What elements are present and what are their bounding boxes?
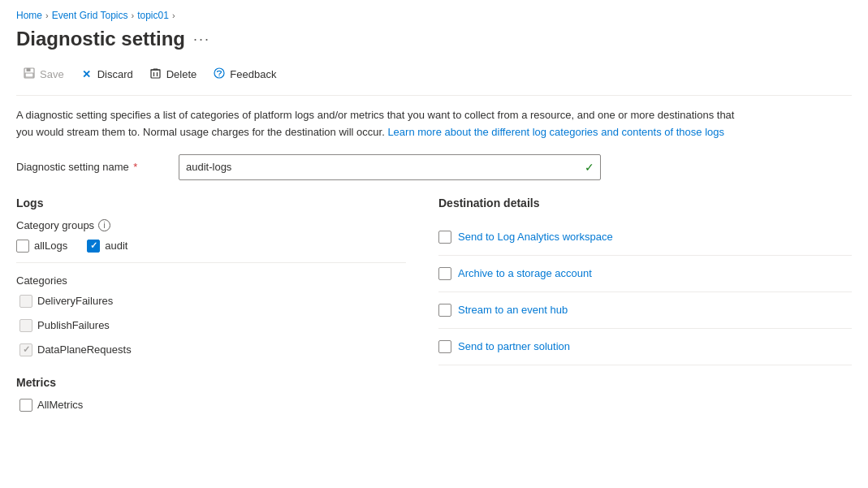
audit-checkbox-box[interactable]: [87, 240, 100, 253]
dest-storage-account[interactable]: Archive to a storage account: [438, 256, 852, 292]
breadcrumb-sep-1: ›: [45, 11, 49, 20]
right-panel: Destination details Send to Log Analytic…: [430, 196, 852, 423]
category-publish-failures[interactable]: PublishFailures: [16, 319, 406, 332]
delete-icon: [149, 67, 162, 81]
dest-partner-solution[interactable]: Send to partner solution: [438, 329, 852, 365]
data-plane-requests-checkbox: [19, 343, 32, 356]
publish-failures-label: PublishFailures: [37, 319, 110, 331]
svg-rect-1: [27, 68, 31, 71]
category-data-plane-requests[interactable]: DataPlaneRequests: [16, 343, 406, 356]
diagnostic-setting-name-label: Diagnostic setting name *: [16, 161, 179, 173]
breadcrumb-sep-2: ›: [132, 11, 135, 20]
discard-label: Discard: [97, 68, 133, 80]
destination-details-title: Destination details: [438, 196, 852, 209]
feedback-label: Feedback: [230, 68, 276, 80]
breadcrumb: Home › Event Grid Topics › topic01 ›: [16, 10, 852, 21]
category-groups-info-icon[interactable]: i: [98, 219, 110, 231]
partner-solution-label: Send to partner solution: [458, 340, 570, 352]
metrics-section: Metrics AllMetrics: [16, 376, 406, 412]
feedback-button[interactable]: Feedback: [206, 63, 283, 85]
delete-label: Delete: [166, 68, 197, 80]
category-delivery-failures[interactable]: DeliveryFailures: [16, 295, 406, 308]
breadcrumb-event-grid-topics[interactable]: Event Grid Topics: [52, 10, 128, 21]
event-hub-label: Stream to an event hub: [458, 304, 568, 316]
svg-point-8: [219, 76, 220, 76]
page-title: Diagnostic setting: [16, 28, 185, 50]
page-title-row: Diagnostic setting ···: [16, 28, 852, 50]
discard-icon: ✕: [80, 68, 93, 80]
log-analytics-checkbox[interactable]: [438, 231, 451, 244]
storage-account-label: Archive to a storage account: [458, 267, 592, 279]
category-groups-checkboxes: allLogs audit: [16, 240, 406, 263]
save-label: Save: [40, 68, 64, 80]
main-content: Logs Category groups i allLogs audit: [16, 196, 852, 423]
data-plane-requests-label: DataPlaneRequests: [37, 343, 132, 356]
categories-title: Categories: [16, 274, 406, 287]
left-panel: Logs Category groups i allLogs audit: [16, 196, 430, 423]
discard-button[interactable]: ✕ Discard: [74, 64, 140, 84]
feedback-icon: [213, 67, 226, 81]
all-metrics-item[interactable]: AllMetrics: [16, 399, 406, 412]
save-icon: [23, 67, 36, 81]
svg-rect-2: [25, 73, 33, 77]
alllogs-label: allLogs: [34, 240, 67, 252]
partner-solution-checkbox[interactable]: [438, 340, 451, 353]
logs-section-title: Logs: [16, 196, 406, 209]
breadcrumb-home[interactable]: Home: [16, 10, 42, 21]
page-container: Home › Event Grid Topics › topic01 › Dia…: [0, 0, 868, 488]
save-button[interactable]: Save: [16, 63, 71, 85]
breadcrumb-topic01[interactable]: topic01: [137, 10, 169, 21]
description-text: A diagnostic setting specifies a list of…: [16, 107, 747, 141]
dest-log-analytics[interactable]: Send to Log Analytics workspace: [438, 219, 852, 256]
event-hub-checkbox[interactable]: [438, 304, 451, 317]
all-metrics-checkbox[interactable]: [19, 399, 32, 412]
log-analytics-label: Send to Log Analytics workspace: [458, 231, 613, 243]
input-valid-icon: ✓: [585, 161, 594, 174]
diagnostic-setting-name-input-wrapper: ✓: [179, 154, 601, 180]
more-options-icon[interactable]: ···: [193, 31, 210, 48]
dest-event-hub[interactable]: Stream to an event hub: [438, 292, 852, 329]
logs-section: Logs Category groups i allLogs audit: [16, 196, 406, 356]
all-metrics-label: AllMetrics: [37, 399, 83, 411]
svg-rect-3: [151, 70, 160, 78]
category-group-audit[interactable]: audit: [87, 240, 127, 253]
category-groups-title: Category groups i: [16, 219, 406, 231]
toolbar: Save ✕ Discard Delete: [16, 63, 852, 96]
delete-button[interactable]: Delete: [143, 63, 204, 85]
storage-account-checkbox[interactable]: [438, 267, 451, 280]
audit-label: audit: [105, 240, 127, 252]
metrics-section-title: Metrics: [16, 376, 406, 389]
diagnostic-setting-name-row: Diagnostic setting name * ✓: [16, 154, 852, 180]
learn-more-link[interactable]: Learn more about the different log categ…: [387, 126, 724, 138]
publish-failures-checkbox: [19, 319, 32, 332]
diagnostic-setting-name-input[interactable]: [179, 154, 601, 180]
delivery-failures-label: DeliveryFailures: [37, 295, 113, 307]
alllogs-checkbox-box[interactable]: [16, 240, 29, 253]
category-group-alllogs[interactable]: allLogs: [16, 240, 67, 253]
breadcrumb-sep-3: ›: [172, 11, 175, 20]
required-indicator: *: [131, 161, 138, 173]
delivery-failures-checkbox: [19, 295, 32, 308]
